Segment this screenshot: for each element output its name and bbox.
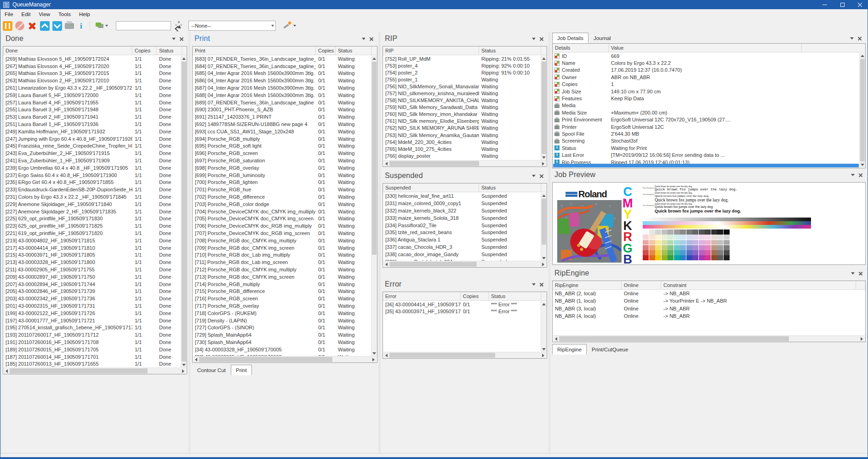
table-row[interactable]: [765] MdeM_100_275_4citiesWaiting [383, 145, 547, 152]
column-header[interactable]: RIP [383, 46, 479, 55]
table-row[interactable]: [219] 43-00004802_HF_190509'1718151/1Don… [3, 237, 187, 244]
rip-horizontal-scrollbar[interactable] [383, 160, 546, 166]
print-button[interactable] [64, 20, 75, 31]
table-row[interactable]: [757] NID_silkmemory_krishna_muraleedhar… [383, 90, 547, 97]
panel-menu-button[interactable] [530, 172, 537, 179]
table-row[interactable]: [754] poster_2Ripping: 91% 0:00:10 [383, 69, 547, 76]
pause-queue-button[interactable] [2, 20, 13, 31]
table-row[interactable]: [191] 201107260016_HF_190509'1717081/1Do… [3, 339, 187, 346]
print-horizontal-scrollbar[interactable] [193, 356, 377, 362]
table-row[interactable]: [201] 43-00002315_HF_190509'1717311/1Don… [3, 302, 187, 310]
table-row[interactable]: NB_ABR (2, local)Online -> NB_ABR [553, 290, 865, 297]
table-row[interactable]: [225] 629_opt_printfile_HF_190509'171830… [3, 215, 187, 223]
table-row[interactable]: [694] Porsche_RGB_multiply0/1Waiting [193, 135, 377, 143]
table-row[interactable]: [684] 07_RENDER_Tseries_36in_Landscape_t… [193, 63, 377, 70]
table-row[interactable]: [691] 251147_14203376_1 PRINT0/1Waiting [193, 113, 377, 120]
table-row[interactable]: [195] 270514_kristall_grafisch_1ebene_HF… [3, 324, 187, 331]
panel-close-button[interactable] [856, 35, 863, 41]
table-row[interactable]: [710] Porsche_RGB doc_Lab img_multiply0/… [193, 252, 377, 259]
table-row[interactable]: [330] heliconia_leaf_fine_art11Suspended [383, 192, 547, 200]
panel-menu-button[interactable] [849, 270, 857, 276]
panel-close-button[interactable] [857, 172, 864, 178]
table-row[interactable]: [705] Porsche_DeviceCMYK doc_CMYK img_sc… [193, 215, 377, 223]
table-row[interactable]: [719] Density - (LAPIN)0/1Waiting [193, 317, 377, 324]
panel-menu-button[interactable] [360, 35, 367, 42]
suspended-vertical-scrollbar[interactable] [541, 193, 547, 261]
details-row[interactable]: ID669 [553, 52, 865, 59]
details-row[interactable]: Media Size+Maximum+ (200.00 cm) [553, 109, 865, 116]
menu-item-edit[interactable]: Edit [17, 10, 35, 18]
table-row[interactable]: [703] Porsche_RGB_color dodge0/1Waiting [193, 201, 377, 208]
table-row[interactable]: [331] maize_colored_0009_copy1Suspended [383, 200, 547, 207]
done-horizontal-scrollbar[interactable] [4, 367, 186, 374]
table-row[interactable]: [716] Porsche_RGB_screen0/1Waiting [193, 295, 377, 302]
table-row[interactable]: [263] Mathias Elovsson 2_HF_190509'17201… [3, 77, 187, 84]
delete-job-button[interactable] [27, 20, 38, 31]
column-header[interactable]: Copies [461, 292, 489, 300]
table-row[interactable]: [717] Porsche_RGB_overlay0/1Waiting [193, 302, 377, 310]
table-row[interactable]: [241] Eva_Zuberbühler_1_HF_190509'171909… [3, 157, 187, 164]
table-row[interactable]: [727] ColorGPS - (SINOR)0/1Waiting [193, 324, 377, 331]
table-row[interactable]: [231] Colors by Ergo 43.3 x 22.2 _HF_190… [3, 193, 187, 201]
search-input[interactable] [116, 21, 171, 30]
error-vertical-scrollbar[interactable] [541, 301, 547, 352]
table-row[interactable]: [766] display_posterWaiting [383, 152, 547, 159]
table-row[interactable]: [700] Porsche_RGB_lighten0/1Waiting [193, 179, 377, 186]
table-row[interactable]: [752] Roll_UP_MdMRipping: 21% 0:01:55 [383, 55, 547, 62]
table-row[interactable]: [762] NID_SILK MEMORY_ARUNA SHREE BA...W… [383, 125, 547, 132]
table-row[interactable]: [695] Porsche_RGB_soft light0/1Waiting [193, 143, 377, 150]
table-row[interactable]: [211] 43-00002905_HF_190509'1717551/1Don… [3, 266, 187, 273]
tab-print-cutqueue[interactable]: Print/CutQueue [587, 345, 633, 355]
table-row[interactable]: [213] 43-00003328_HF_190509'1718001/1Don… [3, 258, 187, 266]
table-row[interactable]: [207] 43-00002894_HF_190509'1717441/1Don… [3, 281, 187, 288]
tab-ripengine[interactable]: RipEngine [552, 344, 587, 355]
table-row[interactable]: [761] NID_Silk memory_Elodie_Elsenberger… [383, 118, 547, 125]
table-row[interactable]: [199] 43-00002122_HF_190509'1717261/1Don… [3, 310, 187, 317]
details-row[interactable]: Created17.06.2019 12:37 (16.0.0.7470) [553, 67, 865, 74]
table-row[interactable]: [693] ccs CUA_SS1_AW11_Stage_120x2480/1W… [193, 128, 377, 135]
done-vertical-scrollbar[interactable] [181, 56, 187, 367]
table-row[interactable]: [707] Porsche_DeviceCMYK doc_RGB img_scr… [193, 230, 377, 237]
maximize-button[interactable] [834, 0, 851, 9]
info-button[interactable]: i [76, 20, 87, 31]
printer-filter-combo[interactable]: --None-- [188, 21, 276, 31]
table-row[interactable]: [688] 04_Inter Agrar 2016 Mesh 15600x390… [193, 92, 377, 99]
table-row[interactable]: [203] 43-00002342_HF_190509'1717361/1Don… [3, 295, 187, 302]
table-row[interactable]: [227] Anemone Skjoldager 2_HF_190509'171… [3, 208, 187, 215]
table-row[interactable]: [333] maize_kernels_Solola_318Suspended [383, 214, 547, 222]
table-row[interactable]: [221] 619_opt_printfile_HF_190509'171820… [3, 230, 187, 237]
table-row[interactable]: [713] Porsche_RGB doc_CMYK img_screen0/1… [193, 273, 377, 281]
details-row[interactable]: Copies1 [553, 81, 865, 88]
rip-vertical-scrollbar[interactable] [541, 56, 547, 160]
table-row[interactable]: [332] maize_kernels_black_322Suspended [383, 207, 547, 214]
table-row[interactable]: [209] 43-00002897_HF_190509'1717501/1Don… [3, 273, 187, 281]
panel-menu-button[interactable] [530, 281, 537, 287]
move-up-button[interactable] [39, 20, 50, 31]
table-row[interactable]: [259] Laura Baruél 5_HF_190509'1720001/1… [3, 92, 187, 99]
table-row[interactable]: [687] 04_Inter Agrar 2016 Mesh 15600x390… [193, 84, 377, 92]
tab-journal[interactable]: Journal [588, 34, 616, 43]
details-row[interactable]: FeaturesKeep Rip Data [553, 95, 865, 102]
table-row[interactable]: [699] Porsche_RGB_luminosity0/1Waiting [193, 172, 377, 179]
table-row[interactable]: [689] 07_RENDER_Tseries_36in_Landscape_t… [193, 99, 377, 106]
column-header[interactable]: Done [3, 46, 132, 55]
suspended-horizontal-scrollbar[interactable] [383, 261, 546, 267]
table-row[interactable]: [764] MdeM_220_300_4citiesWaiting [383, 138, 547, 145]
column-header[interactable]: Details [553, 44, 609, 52]
table-row[interactable]: [715] Porsche_RGB_difference0/1Waiting [193, 288, 377, 295]
table-row[interactable]: [712] Porsche_RGB doc_CMYK img_multiply0… [193, 266, 377, 273]
details-row[interactable]: Job Size149.10 cm x 77.90 cm [553, 88, 865, 95]
table-row[interactable]: [197] 43-00001777_HF_190509'1717211/1Don… [3, 317, 187, 324]
panel-menu-button[interactable] [530, 35, 537, 42]
details-row[interactable]: ScreeningStochast3sf [553, 138, 865, 144]
panel-menu-button[interactable] [170, 35, 177, 42]
details-row[interactable]: Print EnvironmentErgoSoft Universal 12C … [553, 116, 865, 123]
panel-close-button[interactable] [537, 172, 545, 179]
table-row[interactable]: [34] 43-00003328_HF_190509'1700050/1Wait… [193, 346, 377, 353]
table-row[interactable]: [193] 201107260017_HF_190509'1717121/1Do… [3, 331, 187, 339]
tab-job-details[interactable]: Job Details [552, 33, 588, 43]
column-header[interactable]: Online [622, 281, 661, 289]
table-row[interactable]: [36] 43-00004414_HF_190509'1700080/1*** … [383, 301, 547, 308]
column-header[interactable]: Copies [316, 46, 336, 55]
table-row[interactable]: [753] poster_4Ripping: 92% 0:00:10 [383, 62, 547, 69]
